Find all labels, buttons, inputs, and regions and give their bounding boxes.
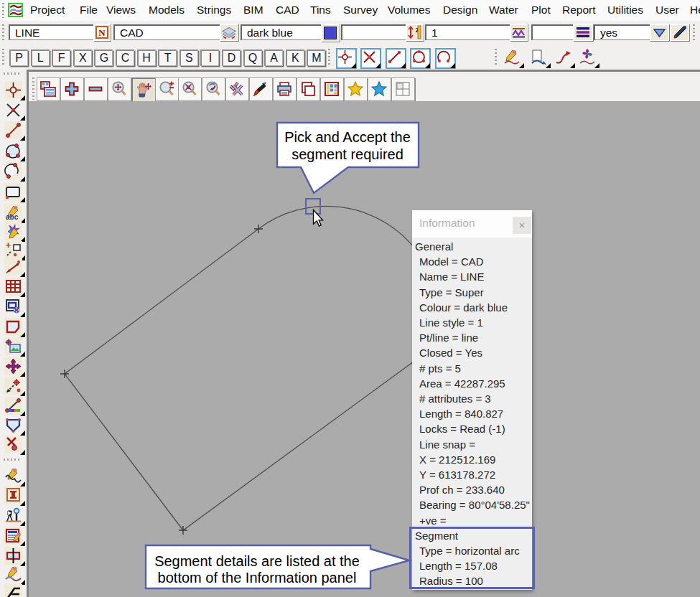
svg-text:segment required: segment required [291, 146, 403, 162]
svg-text:Pick and Accept the: Pick and Accept the [284, 129, 411, 145]
svg-text:bottom of the Information pane: bottom of the Information panel [158, 570, 357, 586]
svg-text:Segment details are listed at: Segment details are listed at the [154, 553, 360, 569]
